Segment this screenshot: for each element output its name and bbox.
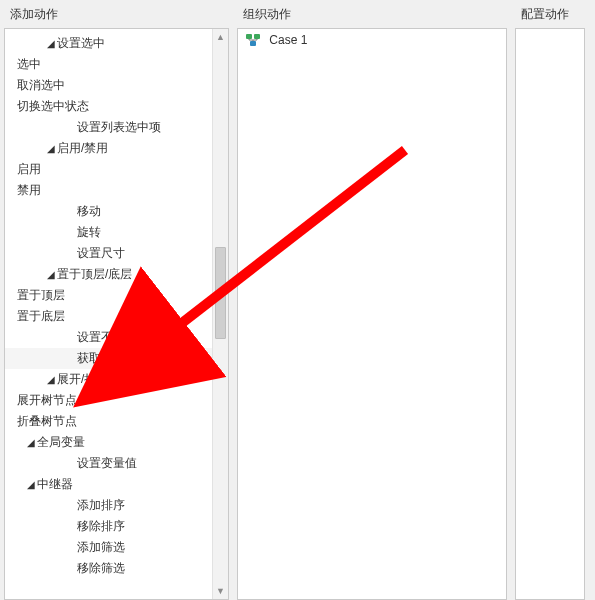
tree-row-label: 选中 — [17, 54, 41, 75]
tree-row[interactable]: 添加筛选 — [5, 537, 228, 558]
tree-row-label: 启用 — [17, 159, 41, 180]
tree-row-label: 旋转 — [77, 222, 101, 243]
tree-row[interactable]: 移除筛选 — [5, 558, 228, 579]
tree-row-label: 禁用 — [17, 180, 41, 201]
organize-action-header: 组织动作 — [237, 0, 507, 28]
scroll-thumb[interactable] — [215, 247, 226, 339]
add-action-panel: 添加动作 ◢设置选中选中取消选中切换选中状态设置列表选中项◢启用/禁用启用禁用移… — [4, 0, 229, 600]
expand-collapse-icon[interactable]: ◢ — [45, 138, 57, 159]
tree-row[interactable]: ◢设置选中 — [5, 33, 228, 54]
tree-row-label: 设置变量值 — [77, 453, 137, 474]
tree-row-label: 获取焦点 — [77, 348, 125, 369]
tree-row-label: 设置列表选中项 — [77, 117, 161, 138]
tree-row[interactable]: ◢启用/禁用 — [5, 138, 228, 159]
tree-row[interactable]: 禁用 — [5, 180, 228, 201]
tree-row-label: 折叠树节点 — [17, 411, 77, 432]
configure-action-header: 配置动作 — [515, 0, 585, 28]
tree-row-label: 置于顶层/底层 — [57, 264, 132, 285]
case-label: Case 1 — [269, 33, 307, 47]
case-item[interactable]: Case 1 — [238, 29, 506, 51]
tree-row[interactable]: 启用 — [5, 159, 228, 180]
configure-action-panel: 配置动作 — [515, 0, 585, 600]
tree-row[interactable]: 取消选中 — [5, 75, 228, 96]
tree-row-label: 展开树节点 — [17, 390, 77, 411]
tree-row-label: 设置不透明 — [77, 327, 137, 348]
tree-row-label: 设置选中 — [57, 33, 105, 54]
svg-rect-2 — [250, 41, 256, 46]
tree-row-label: 添加排序 — [77, 495, 125, 516]
tree-row-label: 添加筛选 — [77, 537, 125, 558]
organize-action-box: Case 1 — [237, 28, 507, 600]
expand-collapse-icon[interactable]: ◢ — [25, 432, 37, 453]
organize-action-header-label: 组织动作 — [243, 7, 291, 21]
expand-collapse-icon[interactable]: ◢ — [45, 264, 57, 285]
tree-row-label: 设置尺寸 — [77, 243, 125, 264]
configure-action-box — [515, 28, 585, 600]
configure-action-header-label: 配置动作 — [521, 7, 569, 21]
tree-row[interactable]: 置于顶层 — [5, 285, 228, 306]
case-icon — [246, 34, 260, 46]
svg-rect-0 — [246, 34, 252, 39]
tree-row[interactable]: 选中 — [5, 54, 228, 75]
scroll-down-icon[interactable]: ▼ — [213, 583, 228, 599]
scrollbar[interactable]: ▲ ▼ — [212, 29, 228, 599]
tree-row[interactable]: 展开树节点 — [5, 390, 228, 411]
tree-row[interactable]: 移除排序 — [5, 516, 228, 537]
scroll-up-icon[interactable]: ▲ — [213, 29, 228, 45]
tree-row[interactable]: ◢置于顶层/底层 — [5, 264, 228, 285]
tree-row-label: 移动 — [77, 201, 101, 222]
tree-row-label: 移除排序 — [77, 516, 125, 537]
tree-row[interactable]: ◢中继器 — [5, 474, 228, 495]
tree-row[interactable]: 设置不透明 — [5, 327, 228, 348]
tree-row[interactable]: 切换选中状态 — [5, 96, 228, 117]
tree-row-label: 中继器 — [37, 474, 73, 495]
add-action-header: 添加动作 — [4, 0, 229, 28]
tree-row[interactable]: ◢全局变量 — [5, 432, 228, 453]
tree-row[interactable]: 旋转 — [5, 222, 228, 243]
tree-row[interactable]: 折叠树节点 — [5, 411, 228, 432]
svg-rect-1 — [254, 34, 260, 39]
tree-row[interactable]: 设置变量值 — [5, 453, 228, 474]
tree-row-label: 置于底层 — [17, 306, 65, 327]
add-action-header-label: 添加动作 — [10, 7, 58, 21]
tree-row-label: 全局变量 — [37, 432, 85, 453]
expand-collapse-icon[interactable]: ◢ — [45, 369, 57, 390]
tree-row-label: 展开/折叠树节点 — [57, 369, 144, 390]
add-action-box: ◢设置选中选中取消选中切换选中状态设置列表选中项◢启用/禁用启用禁用移动旋转设置… — [4, 28, 229, 600]
tree-row[interactable]: 移动 — [5, 201, 228, 222]
tree-row[interactable]: 设置尺寸 — [5, 243, 228, 264]
tree-row[interactable]: 设置列表选中项 — [5, 117, 228, 138]
tree-row-label: 移除筛选 — [77, 558, 125, 579]
expand-collapse-icon[interactable]: ◢ — [25, 474, 37, 495]
expand-collapse-icon[interactable]: ◢ — [45, 33, 57, 54]
tree-row-label: 切换选中状态 — [17, 96, 89, 117]
tree-row[interactable]: 获取焦点▷ — [5, 348, 228, 369]
tree-row-label: 置于顶层 — [17, 285, 65, 306]
tree-row-label: 启用/禁用 — [57, 138, 108, 159]
tree-row[interactable]: ◢展开/折叠树节点 — [5, 369, 228, 390]
tree-row[interactable]: 添加排序 — [5, 495, 228, 516]
tree-row-label: 取消选中 — [17, 75, 65, 96]
organize-action-panel: 组织动作 Case 1 — [237, 0, 507, 600]
tree-row[interactable]: 置于底层 — [5, 306, 228, 327]
action-tree[interactable]: ◢设置选中选中取消选中切换选中状态设置列表选中项◢启用/禁用启用禁用移动旋转设置… — [5, 29, 228, 599]
